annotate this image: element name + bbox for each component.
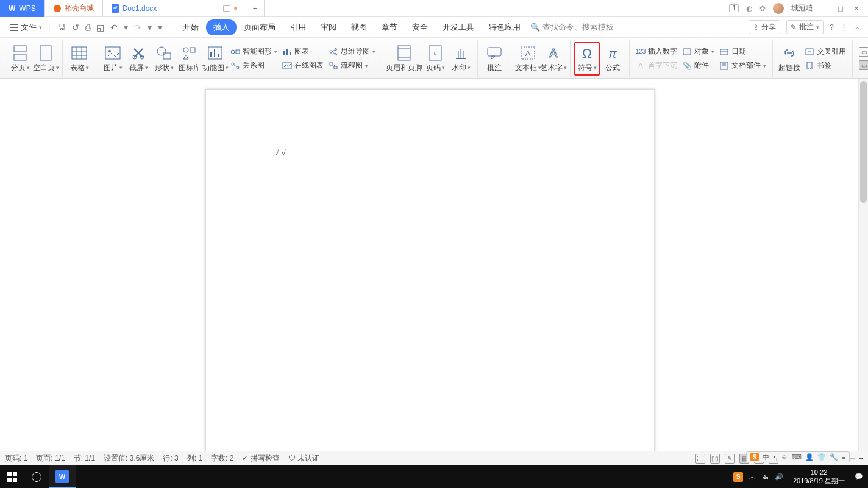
collapse-ribbon-icon[interactable]: ︿ [854, 22, 862, 33]
dropcap-button[interactable]: A首字下沉 [636, 60, 677, 71]
ime-skin-icon[interactable]: 👕 [817, 453, 826, 461]
scrollbar-thumb[interactable] [860, 81, 867, 203]
redo-drop-icon[interactable]: ▾ [148, 23, 152, 32]
taskbar-wps[interactable]: W [49, 465, 76, 488]
menu-devtools[interactable]: 开发工具 [435, 19, 482, 35]
status-col[interactable]: 列: 1 [187, 453, 202, 464]
print-icon[interactable]: ⎙ [85, 23, 90, 32]
blank-page-button[interactable]: 空白页▾ [33, 43, 59, 74]
ime-punct-icon[interactable]: •, [773, 453, 777, 461]
menu-reference[interactable]: 引用 [283, 19, 313, 35]
status-words[interactable]: 字数: 2 [211, 453, 233, 464]
object-button[interactable]: 对象▾ [682, 46, 714, 57]
status-unverified[interactable]: 🛡 未认证 [288, 453, 319, 464]
screenshot-button[interactable]: 截屏▾ [126, 43, 151, 74]
shapes-button[interactable]: 形状▾ [151, 43, 177, 74]
cortana-button[interactable] [24, 472, 49, 482]
status-line[interactable]: 行: 3 [163, 453, 178, 464]
vertical-scrollbar[interactable] [858, 79, 868, 465]
undo-drop-icon[interactable]: ▾ [124, 23, 128, 32]
redo-icon[interactable]: ↷ [134, 23, 141, 32]
avatar[interactable] [773, 3, 784, 14]
tab-mall[interactable]: 稻壳商城 [45, 0, 103, 17]
ime-menu-icon[interactable]: ≡ [842, 453, 845, 461]
username[interactable]: 城冠嘻 [791, 3, 813, 13]
preview-icon[interactable]: ◱ [96, 23, 104, 32]
mindmap-button[interactable]: 思维导图▾ [329, 46, 375, 57]
flowchart-button[interactable]: 流程图▾ [329, 60, 375, 71]
tray-clock[interactable]: 10:22 2019/8/19 星期一 [789, 469, 848, 484]
gift-icon[interactable]: ✿ [760, 4, 766, 13]
attachment-button[interactable]: 📎附件 [682, 60, 714, 71]
picture-button[interactable]: 图片▾ [100, 43, 126, 74]
docparts-button[interactable]: 文档部件▾ [719, 60, 766, 71]
menu-security[interactable]: 安全 [405, 19, 435, 35]
ime-cn[interactable]: 中 [763, 453, 769, 462]
symbol-button[interactable]: Ω 符号▾ [574, 42, 600, 76]
monitor-icon[interactable] [223, 5, 230, 12]
menu-pagelayout[interactable]: 页面布局 [237, 19, 283, 35]
undo-icon[interactable]: ↶ [110, 23, 118, 32]
qat-customize-icon[interactable]: ▾ [158, 23, 162, 32]
relation-button[interactable]: 关系图 [230, 60, 277, 71]
date-button[interactable]: 日期 [719, 46, 766, 57]
status-setval[interactable]: 设置值: 3.6厘米 [104, 453, 154, 464]
readmode-icon[interactable]: ▯▯ [710, 454, 720, 464]
canvas[interactable]: √ √ [0, 79, 858, 465]
watermark-button[interactable]: 水印▾ [448, 43, 474, 74]
print-preview-icon[interactable]: ↺ [72, 23, 79, 32]
view-grid2[interactable]: ▭▭▭ [859, 60, 868, 70]
page[interactable]: √ √ [205, 89, 655, 465]
tray-notifications-icon[interactable]: 💬 [855, 473, 863, 481]
tray-up-icon[interactable]: ︿ [749, 472, 756, 481]
tray-volume-icon[interactable]: 🔊 [775, 473, 783, 481]
more-icon[interactable]: ⋮ [840, 23, 848, 32]
fullscreen-icon[interactable]: ⛶ [695, 454, 705, 464]
save-icon[interactable]: 🖫 [57, 23, 66, 32]
menu-insert[interactable]: 插入 [206, 19, 237, 35]
equation-button[interactable]: π 公式 [600, 43, 625, 74]
tray-sogou-icon[interactable]: S [733, 472, 743, 482]
menu-section[interactable]: 章节 [374, 19, 405, 35]
menu-start[interactable]: 开始 [176, 19, 206, 35]
hyperlink-button[interactable]: 超链接 [777, 43, 802, 74]
menu-featured[interactable]: 特色应用 [482, 19, 528, 35]
funcchart-button[interactable]: 功能图▾ [202, 43, 228, 74]
ime-toolbar[interactable]: S 中 •, ☺ ⌨ 👤 👕 🔧 ≡ [746, 451, 850, 462]
page-break-button[interactable]: 分页▾ [7, 43, 33, 74]
ime-emoji-icon[interactable]: ☺ [781, 453, 788, 461]
edit-icon[interactable]: ✎ [725, 454, 735, 464]
zoom-in-icon[interactable]: + [859, 454, 863, 463]
view-grid1[interactable]: ▭▭▭ [859, 47, 868, 57]
menu-review[interactable]: 审阅 [313, 19, 344, 35]
wordart-button[interactable]: A 艺术字▾ [541, 43, 566, 74]
share-button[interactable]: ⇪分享 [749, 20, 780, 34]
sogou-icon[interactable]: S [750, 453, 759, 461]
minimize-button[interactable]: — [820, 4, 829, 13]
tab-wps[interactable]: W WPS [0, 0, 45, 17]
headerfooter-button[interactable]: 页眉和页脚 [386, 43, 422, 74]
file-menu[interactable]: 文件 ▾ [6, 22, 46, 33]
smartshape-button[interactable]: 智能图形▾ [230, 46, 277, 57]
help-icon[interactable]: ? [830, 23, 834, 32]
close-button[interactable]: ✕ [852, 4, 861, 13]
bookmark-button[interactable]: 书签 [805, 60, 846, 71]
tray-network-icon[interactable]: 🖧 [762, 473, 769, 481]
tab-document[interactable]: W Doc1.docx [103, 0, 246, 17]
command-search[interactable]: 🔍 查找命令、搜索模板 [530, 22, 614, 33]
ime-tool-icon[interactable]: 🔧 [830, 453, 838, 461]
chart-button[interactable]: 图表 [282, 46, 324, 57]
maximize-button[interactable]: ◻ [836, 4, 845, 13]
ime-user-icon[interactable]: 👤 [805, 453, 814, 461]
status-section[interactable]: 节: 1/1 [74, 453, 95, 464]
menu-view[interactable]: 视图 [344, 19, 374, 35]
theme-icon[interactable]: ◐ [746, 4, 752, 13]
crossref-button[interactable]: 交叉引用 [805, 46, 846, 57]
onlinechart-button[interactable]: 在线图表 [282, 60, 324, 71]
status-spellcheck[interactable]: ✓ 拼写检查 [242, 453, 279, 464]
document-content[interactable]: √ √ [274, 148, 286, 158]
annotate-button[interactable]: ✎批注▾ [786, 20, 824, 34]
comment-button[interactable]: 批注 [482, 43, 507, 74]
skin-badge[interactable]: 1 [729, 4, 739, 12]
iconlib-button[interactable]: 图标库 [177, 43, 202, 74]
